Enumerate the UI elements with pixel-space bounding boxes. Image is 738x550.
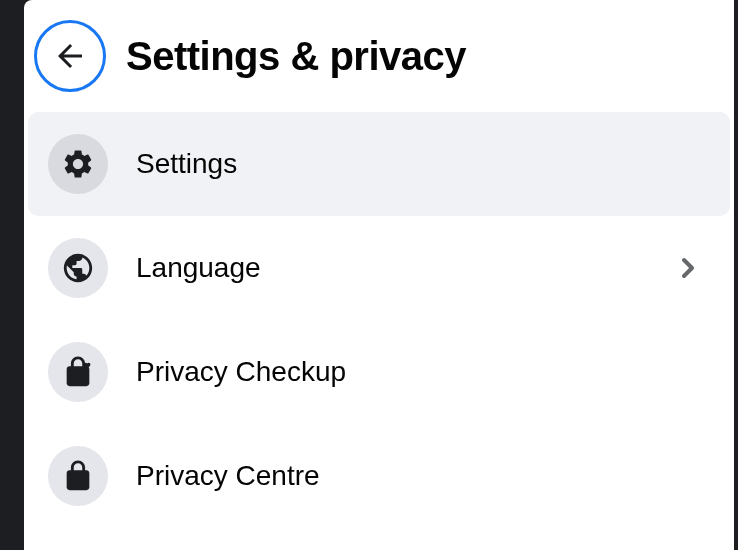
globe-icon (61, 251, 95, 285)
menu-item-settings[interactable]: Settings (28, 112, 730, 216)
gear-icon (61, 147, 95, 181)
header: Settings & privacy (24, 20, 734, 112)
icon-circle (48, 134, 108, 194)
icon-circle (48, 238, 108, 298)
lock-heart-icon (61, 355, 95, 389)
menu-label: Privacy Centre (136, 460, 710, 492)
menu-item-privacy-checkup[interactable]: Privacy Checkup (28, 320, 730, 424)
menu-label: Language (136, 252, 644, 284)
menu-item-privacy-centre[interactable]: Privacy Centre (28, 424, 730, 528)
back-button[interactable] (34, 20, 106, 92)
icon-circle (48, 446, 108, 506)
arrow-left-icon (52, 38, 88, 74)
menu-label: Privacy Checkup (136, 356, 710, 388)
settings-privacy-panel: Settings & privacy Settings Language (24, 0, 734, 550)
lock-icon (61, 459, 95, 493)
page-title: Settings & privacy (126, 34, 466, 79)
menu-item-language[interactable]: Language (28, 216, 730, 320)
chevron-right-icon (672, 252, 704, 284)
menu-list: Settings Language Privacy (24, 112, 734, 528)
menu-label: Settings (136, 148, 710, 180)
icon-circle (48, 342, 108, 402)
